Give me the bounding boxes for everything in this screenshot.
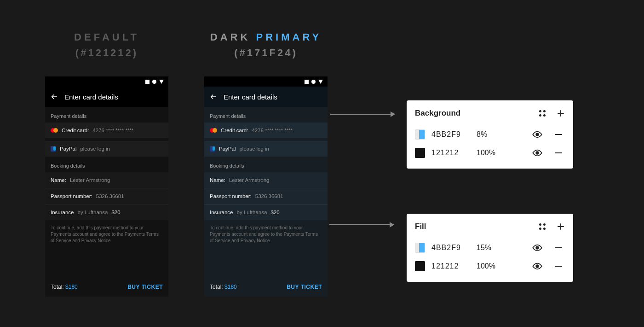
name-row[interactable]: Name: Lester Armstrong xyxy=(204,172,328,188)
remove-fill-button[interactable] xyxy=(552,261,565,272)
phone-dark: Enter card details Payment details Credi… xyxy=(204,76,328,297)
status-bar xyxy=(45,76,168,87)
paypal-row[interactable]: PayPal please log in xyxy=(204,141,328,157)
hex-input[interactable]: 121212 xyxy=(431,149,477,157)
svg-point-9 xyxy=(536,265,539,268)
heading-line2: (#171F24) xyxy=(204,45,328,61)
credit-card-row[interactable]: Credit card: 4276 **** **** **** xyxy=(204,123,328,138)
hex-input[interactable]: 121212 xyxy=(431,262,477,270)
add-fill-button[interactable] xyxy=(557,109,565,117)
panel-title: Background xyxy=(415,109,460,118)
opacity-input[interactable]: 100% xyxy=(477,149,506,157)
name-label: Name: xyxy=(51,177,66,183)
app-bar-title: Enter card details xyxy=(64,93,118,101)
visibility-toggle-icon[interactable] xyxy=(531,261,544,272)
fill-row[interactable]: 4BB2F9 15% xyxy=(415,239,565,257)
paypal-label: PayPal xyxy=(60,146,76,152)
heading-line1: DEFAULT xyxy=(45,30,168,45)
paypal-row[interactable]: PayPal please log in xyxy=(45,141,168,157)
pointer-arrow-icon xyxy=(330,114,395,115)
variant-heading-dark: DARK PRIMARY (#171F24) xyxy=(204,30,328,61)
color-swatch[interactable] xyxy=(415,243,425,253)
svg-point-5 xyxy=(536,152,539,154)
panel-title: Fill xyxy=(415,222,426,231)
app-bar: Enter card details xyxy=(204,87,328,107)
mastercard-icon xyxy=(210,128,217,133)
payment-section-label: Payment details xyxy=(204,107,328,123)
status-triangle-icon xyxy=(318,80,323,84)
mastercard-icon xyxy=(51,128,58,133)
opacity-input[interactable]: 100% xyxy=(477,262,506,270)
heading-line1: DARK PRIMARY xyxy=(204,30,328,45)
passport-row[interactable]: Passport number: 5326 36681 xyxy=(204,188,328,204)
opacity-input[interactable]: 8% xyxy=(477,130,506,139)
color-swatch[interactable] xyxy=(415,148,425,158)
fill-panel: Fill 4BB2F9 15% 121212 100% xyxy=(407,214,573,282)
svg-point-8 xyxy=(536,246,539,249)
terms-text: To continue, add this payment method to … xyxy=(45,220,168,244)
phone-footer: Total: $180 BUY TICKET xyxy=(45,277,168,297)
total-amount: $180 xyxy=(65,284,78,290)
passport-value: 5326 36681 xyxy=(96,193,124,199)
svg-point-4 xyxy=(536,133,539,136)
phone-body: Payment details Credit card: 4276 **** *… xyxy=(45,107,168,297)
phone-body: Payment details Credit card: 4276 **** *… xyxy=(204,107,328,297)
credit-card-label: Credit card: xyxy=(221,128,248,133)
paypal-icon xyxy=(51,146,56,152)
insurance-label: Insurance xyxy=(210,210,233,215)
visibility-toggle-icon[interactable] xyxy=(531,129,544,140)
fill-row[interactable]: 121212 100% xyxy=(415,144,565,162)
status-circle-icon xyxy=(152,80,156,84)
buy-ticket-button[interactable]: BUY TICKET xyxy=(127,284,163,290)
hex-input[interactable]: 4BB2F9 xyxy=(431,130,477,139)
name-value: Lester Armstrong xyxy=(70,177,110,183)
credit-card-value: 4276 **** **** **** xyxy=(252,128,293,133)
insurance-by: by Lufthansa xyxy=(237,210,267,215)
app-bar-title: Enter card details xyxy=(224,93,277,101)
insurance-by: by Lufthansa xyxy=(78,210,108,215)
background-panel: Background 4BB2F9 8% 121212 100% xyxy=(407,100,573,169)
opacity-input[interactable]: 15% xyxy=(477,244,506,252)
back-arrow-icon[interactable] xyxy=(210,93,217,100)
paypal-icon xyxy=(210,146,215,152)
buy-ticket-button[interactable]: BUY TICKET xyxy=(287,284,322,290)
paypal-hint: please log in xyxy=(239,146,269,152)
drag-handle-icon[interactable] xyxy=(539,110,546,117)
booking-section-label: Booking details xyxy=(45,157,168,172)
remove-fill-button[interactable] xyxy=(552,242,565,253)
credit-card-row[interactable]: Credit card: 4276 **** **** **** xyxy=(45,123,168,138)
insurance-label: Insurance xyxy=(51,210,74,215)
credit-card-value: 4276 **** **** **** xyxy=(92,128,133,133)
phone-footer: Total: $180 BUY TICKET xyxy=(204,277,328,297)
insurance-row[interactable]: Insurance by Lufthansa $20 xyxy=(45,204,168,220)
passport-label: Passport number: xyxy=(51,193,92,199)
color-swatch[interactable] xyxy=(415,261,425,271)
credit-card-label: Credit card: xyxy=(62,128,89,133)
status-triangle-icon xyxy=(159,80,164,84)
total-label-wrap: Total: $180 xyxy=(210,284,237,290)
remove-fill-button[interactable] xyxy=(552,147,565,158)
insurance-price: $20 xyxy=(111,210,120,215)
fill-row[interactable]: 4BB2F9 8% xyxy=(415,125,565,144)
status-square-icon xyxy=(305,80,309,84)
paypal-hint: please log in xyxy=(80,146,110,152)
terms-text: To continue, add this payment method to … xyxy=(204,220,328,244)
drag-handle-icon[interactable] xyxy=(539,223,546,230)
name-row[interactable]: Name: Lester Armstrong xyxy=(45,172,168,188)
visibility-toggle-icon[interactable] xyxy=(531,147,544,158)
back-arrow-icon[interactable] xyxy=(51,93,58,100)
visibility-toggle-icon[interactable] xyxy=(531,242,544,253)
booking-section-label: Booking details xyxy=(204,157,328,172)
status-bar xyxy=(204,76,328,87)
add-fill-button[interactable] xyxy=(557,222,565,231)
color-swatch[interactable] xyxy=(415,129,425,140)
passport-row[interactable]: Passport number: 5326 36681 xyxy=(45,188,168,204)
insurance-row[interactable]: Insurance by Lufthansa $20 xyxy=(204,204,328,220)
total-label-wrap: Total: $180 xyxy=(51,284,78,290)
insurance-price: $20 xyxy=(270,210,279,215)
remove-fill-button[interactable] xyxy=(552,129,565,140)
variant-heading-default: DEFAULT (#121212) xyxy=(45,30,168,61)
fill-row[interactable]: 121212 100% xyxy=(415,257,565,275)
paypal-label: PayPal xyxy=(219,146,236,152)
hex-input[interactable]: 4BB2F9 xyxy=(431,244,477,252)
